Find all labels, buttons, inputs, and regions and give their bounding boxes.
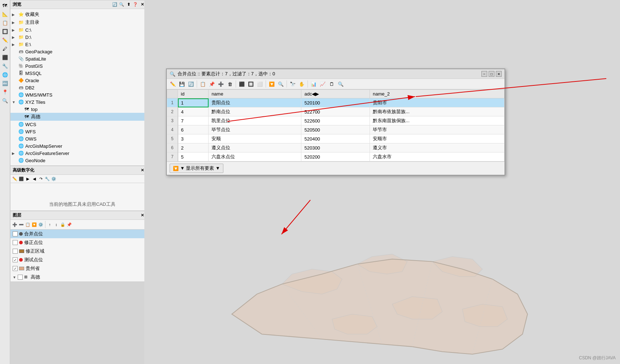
- tree-item-db2[interactable]: 🗃 DB2: [10, 84, 154, 91]
- layer-checkbox[interactable]: [13, 240, 18, 245]
- tree-item-wmswmts[interactable]: 🌐 WMS/WMTS: [10, 91, 154, 98]
- adv-redo-icon[interactable]: ↷: [38, 176, 44, 182]
- layers-move-icon[interactable]: ↕: [53, 222, 59, 227]
- tree-item-arcgis-map[interactable]: 🌐 ArcGisMapServer: [10, 142, 154, 150]
- tree-item-oracle[interactable]: 🔶 Oracle: [10, 77, 154, 84]
- layer-item-guizhou[interactable]: 贵州省 ⟺: [10, 264, 154, 273]
- layer-checkbox[interactable]: [13, 231, 18, 236]
- copy-icon[interactable]: 📋: [199, 80, 207, 88]
- vtb-icon-2[interactable]: 📐: [1, 10, 9, 18]
- col-header-id[interactable]: id: [178, 90, 209, 98]
- adv-arrow-right-icon[interactable]: ▶: [25, 176, 31, 182]
- adv-settings-icon[interactable]: ⚙️: [51, 176, 57, 182]
- layers-add-icon[interactable]: ➕: [12, 222, 18, 227]
- tree-item-geonode[interactable]: 🌐 GeoNode: [10, 157, 154, 164]
- edit-icon[interactable]: ✏️: [169, 80, 177, 88]
- stats-icon[interactable]: 📈: [319, 80, 327, 88]
- tree-item-e[interactable]: ▶ 📁 E:\: [10, 41, 154, 48]
- zoom-to-icon[interactable]: 🔭: [289, 80, 297, 88]
- window-close-btn[interactable]: ✕: [496, 71, 502, 77]
- layer-item-xiuzheng-area[interactable]: 修正区域 ⟺: [10, 247, 154, 256]
- layer-item-xiuzheng-point[interactable]: 修正点位 ⟺: [10, 238, 154, 247]
- vtb-icon-9[interactable]: 🌐: [1, 71, 9, 79]
- cell-name: 黔南点位: [209, 107, 301, 116]
- vtb-icon-5[interactable]: ✏️: [1, 36, 9, 44]
- tree-item-postgis[interactable]: 🐘 PostGIS: [10, 62, 154, 70]
- tree-item-home[interactable]: ▶ 📁 主目录: [10, 18, 154, 26]
- tree-item-wfs[interactable]: 🌐 WFS: [10, 128, 154, 135]
- tree-item-xyztiles[interactable]: ▼ 🌐 XYZ Tiles: [10, 98, 154, 106]
- separator: [197, 80, 197, 88]
- pan-to-icon[interactable]: ✋: [298, 80, 306, 88]
- layers-lock-icon[interactable]: 🔒: [60, 222, 66, 227]
- layer-item-hebing[interactable]: 合并点位 ⟺: [10, 230, 154, 238]
- tree-item-wcs[interactable]: 🌐 WCS: [10, 121, 154, 128]
- search-table-icon[interactable]: 🔍: [337, 80, 345, 88]
- browser-refresh-icon[interactable]: 🔄: [112, 2, 118, 8]
- layer-item-test-point[interactable]: 测试点位 ⟺: [10, 256, 154, 264]
- tree-item-geopackage[interactable]: 🗃 GeoPackage: [10, 48, 154, 55]
- layer-item-gaode[interactable]: ▼ ⊞ 高德 ⟺: [10, 273, 154, 281]
- adv-config-icon[interactable]: 🔧: [44, 176, 50, 182]
- paste-icon[interactable]: 📌: [208, 80, 216, 88]
- vtb-icon-11[interactable]: 📍: [1, 88, 9, 96]
- wmswmts-icon: 🌐: [18, 92, 24, 98]
- layers-filter-icon[interactable]: 🔽: [31, 222, 37, 227]
- layer-checkbox[interactable]: [13, 266, 18, 271]
- layers-extra-icon[interactable]: 📌: [66, 222, 72, 227]
- map-canvas[interactable]: [144, 0, 620, 364]
- browser-collapse-icon[interactable]: ⬆: [126, 2, 131, 8]
- tree-item-arcgis-feature[interactable]: ▶ 🌐 ArcGisFeatureServer: [10, 150, 154, 157]
- vtb-icon-3[interactable]: 📋: [1, 19, 9, 27]
- delete-row-icon[interactable]: 🗑: [226, 80, 234, 88]
- filter-icon[interactable]: 🔽: [268, 80, 276, 88]
- tree-item-gaode[interactable]: 🗺 高德: [10, 113, 154, 121]
- cell-name: 凯里点位: [209, 116, 301, 125]
- cell-id: 2: [178, 143, 209, 152]
- save-icon[interactable]: 💾: [178, 80, 186, 88]
- show-all-features-btn[interactable]: 🔽 ▼ 显示所有要素 ▼: [170, 164, 223, 173]
- browser-help-icon[interactable]: ❓: [132, 2, 138, 8]
- adv-point-icon[interactable]: ⬛: [18, 176, 24, 182]
- browser-filter-icon[interactable]: 🔍: [119, 2, 125, 8]
- vtb-icon-7[interactable]: ⬛: [1, 53, 9, 61]
- window-maximize-btn[interactable]: □: [489, 71, 494, 77]
- layers-up-icon[interactable]: ↑: [47, 222, 53, 227]
- layer-checkbox[interactable]: [18, 275, 23, 280]
- deselect-icon[interactable]: ⬜: [256, 80, 264, 88]
- layer-checkbox[interactable]: [13, 257, 18, 262]
- col-header-adcode[interactable]: adc◀▶: [301, 90, 370, 98]
- organize-icon[interactable]: 📊: [310, 80, 318, 88]
- tree-item-mssql[interactable]: 🗄 MSSQL: [10, 70, 154, 77]
- adv-pencil-icon[interactable]: ✏️: [12, 176, 18, 182]
- layers-remove-icon[interactable]: ➖: [18, 222, 24, 227]
- vtb-icon-10[interactable]: 🔤: [1, 79, 9, 87]
- vtb-icon-4[interactable]: 🔲: [1, 27, 9, 35]
- tree-item-favorites[interactable]: ▶ ⭐ 收藏夹: [10, 10, 154, 18]
- tree-item-c[interactable]: ▶ 📁 C:\: [10, 26, 154, 34]
- vtb-icon-12[interactable]: 🔍: [1, 97, 9, 105]
- select-all-icon[interactable]: ⬛: [238, 80, 246, 88]
- table-container[interactable]: id name adc◀▶ name_2 11贵阳点位520100贵阳市24黔南…: [167, 89, 505, 161]
- tree-item-ows[interactable]: 🌐 OWS: [10, 135, 154, 142]
- col-header-name2[interactable]: name_2: [370, 90, 505, 98]
- vtb-icon-8[interactable]: 🔧: [1, 62, 9, 70]
- layers-duplicate-icon[interactable]: 📋: [25, 222, 31, 227]
- reload-icon[interactable]: 🔄: [187, 80, 195, 88]
- filter2-icon[interactable]: 🔍: [277, 80, 285, 88]
- arcgis-map-label: ArcGisMapServer: [25, 143, 62, 149]
- add-row-icon[interactable]: ➕: [217, 80, 225, 88]
- tree-item-spatialite[interactable]: 📎 SpatiaLite: [10, 55, 154, 62]
- format-icon[interactable]: 🗒: [328, 80, 336, 88]
- vtb-icon-1[interactable]: 🗺: [1, 1, 9, 9]
- toggle-icon: ▶: [12, 151, 18, 155]
- layer-checkbox[interactable]: [13, 249, 18, 254]
- invert-sel-icon[interactable]: 🔲: [247, 80, 255, 88]
- adv-arrow-left-icon[interactable]: ◀: [31, 176, 37, 182]
- window-minimize-btn[interactable]: −: [481, 71, 487, 77]
- col-header-name[interactable]: name: [209, 90, 301, 98]
- tree-item-d[interactable]: ▶ 📁 D:\: [10, 34, 154, 41]
- vtb-icon-6[interactable]: 🖊: [1, 45, 9, 53]
- tree-item-top[interactable]: 🗺 top: [10, 106, 154, 113]
- layers-settings-icon[interactable]: ⚙️: [38, 222, 44, 227]
